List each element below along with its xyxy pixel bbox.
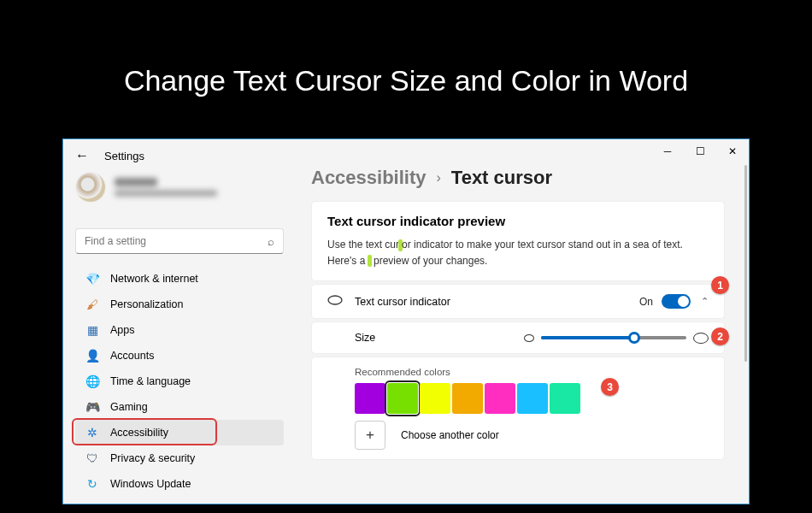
window-titlebar: ─ ☐ ✕ bbox=[63, 139, 749, 163]
choose-color-label: Choose another color bbox=[401, 429, 499, 441]
colors-card: Recommended colors + Choose another colo… bbox=[311, 357, 725, 460]
nav-icon: 🎮 bbox=[85, 400, 99, 414]
preview-heading: Text cursor indicator preview bbox=[327, 214, 709, 228]
window-header: ← Settings bbox=[75, 148, 144, 163]
color-swatch[interactable] bbox=[517, 383, 548, 414]
color-swatches bbox=[355, 383, 709, 414]
profile-text-blurred bbox=[115, 178, 217, 197]
back-arrow-icon[interactable]: ← bbox=[75, 148, 89, 163]
settings-window: ─ ☐ ✕ ← Settings ⌕ 💎Network & internet🖌P… bbox=[62, 139, 750, 504]
sidebar-item-personalization[interactable]: 🖌Personalization bbox=[75, 292, 284, 317]
breadcrumb-current: Text cursor bbox=[451, 167, 552, 189]
main-panel: Accessibility › Text cursor Text cursor … bbox=[311, 165, 749, 504]
svg-point-0 bbox=[328, 296, 342, 304]
size-label: Size bbox=[355, 332, 375, 344]
search-field[interactable] bbox=[85, 235, 268, 247]
preview-card: Text cursor indicator preview Use the te… bbox=[311, 201, 725, 281]
nav-label: Accessibility bbox=[110, 427, 168, 439]
sidebar-item-windows-update[interactable]: ↻Windows Update bbox=[75, 471, 284, 497]
breadcrumb: Accessibility › Text cursor bbox=[311, 165, 749, 201]
nav-icon: ✲ bbox=[85, 426, 99, 439]
nav-label: Accounts bbox=[110, 350, 154, 362]
nav-icon: 👤 bbox=[85, 349, 99, 363]
size-row: Size 2 bbox=[311, 321, 725, 354]
sidebar-item-gaming[interactable]: 🎮Gaming bbox=[75, 394, 284, 420]
color-swatch[interactable] bbox=[420, 383, 450, 414]
user-profile[interactable] bbox=[75, 172, 217, 203]
size-slider[interactable] bbox=[541, 336, 686, 339]
callout-badge-2: 2 bbox=[711, 327, 729, 345]
breadcrumb-parent[interactable]: Accessibility bbox=[311, 167, 427, 189]
nav-icon: 🛡 bbox=[85, 451, 99, 465]
sidebar-nav: 💎Network & internet🖌Personalization▦Apps… bbox=[75, 266, 284, 497]
nav-icon: ↻ bbox=[85, 477, 99, 491]
color-swatch[interactable] bbox=[452, 383, 483, 414]
nav-label: Time & language bbox=[110, 375, 191, 387]
nav-label: Apps bbox=[110, 324, 135, 336]
nav-label: Windows Update bbox=[110, 478, 191, 490]
nav-icon: 🖌 bbox=[85, 298, 99, 311]
search-icon: ⌕ bbox=[268, 235, 274, 248]
nav-icon: 🌐 bbox=[85, 374, 99, 388]
preview-body: Use the text curor indicator to make you… bbox=[327, 237, 709, 268]
minimize-button[interactable]: ─ bbox=[660, 144, 675, 159]
indicator-label: Text cursor indicator bbox=[355, 296, 450, 308]
size-min-icon bbox=[524, 334, 534, 342]
add-color-button[interactable]: + bbox=[355, 421, 385, 450]
cursor-indicator-icon bbox=[327, 295, 343, 308]
avatar bbox=[75, 172, 106, 203]
sidebar-item-apps[interactable]: ▦Apps bbox=[75, 317, 284, 343]
nav-label: Network & internet bbox=[110, 273, 198, 285]
size-max-icon bbox=[693, 333, 709, 344]
nav-icon: ▦ bbox=[85, 323, 99, 337]
nav-label: Personalization bbox=[110, 298, 183, 310]
nav-label: Privacy & security bbox=[110, 452, 195, 464]
slide-title: Change Text Cursor Size and Color in Wor… bbox=[0, 0, 812, 97]
slider-thumb[interactable] bbox=[628, 332, 640, 344]
maximize-button[interactable]: ☐ bbox=[692, 144, 708, 159]
indicator-row[interactable]: Text cursor indicator On ⌃ 1 bbox=[311, 284, 725, 319]
callout-badge-1: 1 bbox=[711, 276, 729, 294]
sidebar-item-time-language[interactable]: 🌐Time & language bbox=[75, 369, 284, 394]
colors-label: Recommended colors bbox=[355, 367, 709, 377]
color-swatch[interactable] bbox=[355, 383, 385, 414]
color-swatch[interactable] bbox=[485, 383, 515, 414]
sidebar-item-accessibility[interactable]: ✲Accessibility bbox=[75, 420, 284, 445]
color-swatch[interactable] bbox=[550, 383, 580, 414]
indicator-toggle[interactable] bbox=[662, 294, 691, 309]
search-input[interactable]: ⌕ bbox=[75, 228, 284, 254]
app-title: Settings bbox=[104, 150, 144, 162]
color-swatch[interactable] bbox=[387, 383, 418, 414]
indicator-state: On bbox=[639, 296, 653, 308]
chevron-up-icon[interactable]: ⌃ bbox=[701, 296, 709, 307]
sidebar-item-network-internet[interactable]: 💎Network & internet bbox=[75, 266, 284, 292]
nav-icon: 💎 bbox=[85, 272, 99, 286]
chevron-right-icon: › bbox=[437, 170, 441, 186]
sidebar-item-privacy-security[interactable]: 🛡Privacy & security bbox=[75, 445, 284, 471]
cursor-indicator-demo-bottom bbox=[368, 255, 372, 267]
sidebar-item-accounts[interactable]: 👤Accounts bbox=[75, 343, 284, 369]
close-button[interactable]: ✕ bbox=[725, 144, 740, 159]
nav-label: Gaming bbox=[110, 401, 148, 413]
